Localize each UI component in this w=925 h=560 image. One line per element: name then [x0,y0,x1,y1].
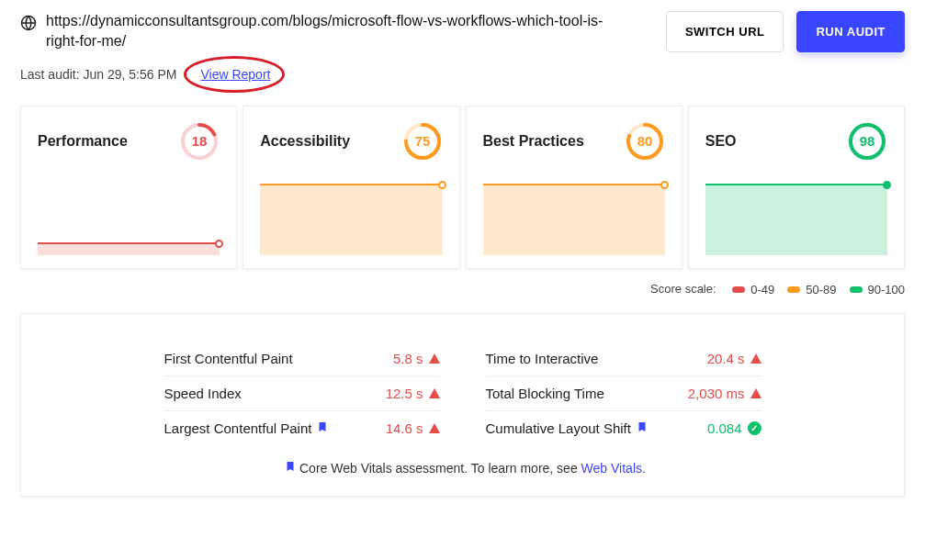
run-audit-button[interactable]: RUN AUDIT [796,11,905,52]
metric-value: 14.6 s [386,420,423,436]
bookmark-icon [317,420,328,436]
score-value: 75 [414,133,430,149]
header: https://dynamicconsultantsgroup.com/blog… [20,11,905,52]
score-ring: 98 [847,121,887,162]
core-web-vitals-note: Core Web Vitals assessment. To learn mor… [58,460,867,476]
web-vitals-link[interactable]: Web Vitals [581,461,642,476]
score-cards: Performance 18 Accessibility 75 Best Pra… [20,106,905,269]
metric-value: 12.5 s [386,386,423,401]
metric-label: Time to Interactive [486,351,707,366]
metric-value: 2,030 ms [688,386,745,401]
sparkline [705,184,887,255]
warning-triangle-icon [429,423,440,433]
card-title: Accessibility [260,133,350,150]
score-ring: 75 [402,121,443,162]
check-icon: ✓ [748,421,761,435]
metric-row: Largest Contentful Paint 14.6 s [164,411,440,445]
metrics-column-left: First Contentful Paint 5.8 s Speed Index… [164,342,440,445]
score-scale-legend: Score scale: 0-4950-8990-100 [20,282,905,297]
globe-icon [20,15,37,35]
metric-label: Speed Index [164,386,386,401]
legend-chip: 0-49 [732,283,774,297]
warning-triangle-icon [429,353,440,364]
sparkline-dot [438,181,446,189]
metric-label: Largest Contentful Paint [164,420,386,436]
switch-url-button[interactable]: SWITCH URL [666,11,784,52]
score-card-accessibility[interactable]: Accessibility 75 [243,106,459,269]
score-value: 98 [860,133,875,149]
card-title: Best Practices [483,133,584,150]
score-card-performance[interactable]: Performance 18 [20,106,237,269]
bookmark-icon [285,460,296,476]
legend-label: Score scale: [650,282,716,296]
metrics-column-right: Time to Interactive 20.4 s Total Blockin… [486,342,761,445]
score-card-seo[interactable]: SEO 98 [688,106,905,269]
warning-triangle-icon [750,353,761,364]
score-card-best-practices[interactable]: Best Practices 80 [466,106,682,269]
sparkline [483,184,665,255]
metric-row: Speed Index 12.5 s [164,376,440,411]
audit-url: https://dynamicconsultantsgroup.com/blog… [46,11,634,52]
score-value: 18 [192,133,208,149]
metrics-card: First Contentful Paint 5.8 s Speed Index… [20,313,905,497]
card-title: Performance [38,133,128,150]
metric-row: Cumulative Layout Shift 0.084 ✓ [486,411,761,445]
sparkline-dot [215,240,223,248]
legend-chip: 50-89 [787,283,836,297]
metric-row: First Contentful Paint 5.8 s [164,342,440,376]
bookmark-icon [637,420,648,436]
metric-row: Total Blocking Time 2,030 ms [486,376,761,411]
legend-chip: 90-100 [850,283,905,297]
card-title: SEO [705,133,737,150]
sparkline-dot [883,181,891,189]
score-ring: 18 [179,121,220,162]
score-value: 80 [637,133,652,149]
metric-label: Total Blocking Time [486,386,688,401]
metric-row: Time to Interactive 20.4 s [486,342,761,376]
sparkline-dot [660,181,669,189]
metric-label: Cumulative Layout Shift [486,420,707,436]
view-report-link[interactable]: View Report [200,67,270,82]
metric-value: 0.084 [707,420,742,436]
sparkline [38,242,220,255]
score-ring: 80 [625,121,665,162]
metric-label: First Contentful Paint [164,351,393,366]
metric-value: 5.8 s [393,351,423,366]
warning-triangle-icon [429,388,440,398]
sparkline [260,184,442,255]
last-audit-text: Last audit: Jun 29, 5:56 PM [20,67,176,82]
metric-value: 20.4 s [707,351,745,366]
warning-triangle-icon [750,388,761,398]
